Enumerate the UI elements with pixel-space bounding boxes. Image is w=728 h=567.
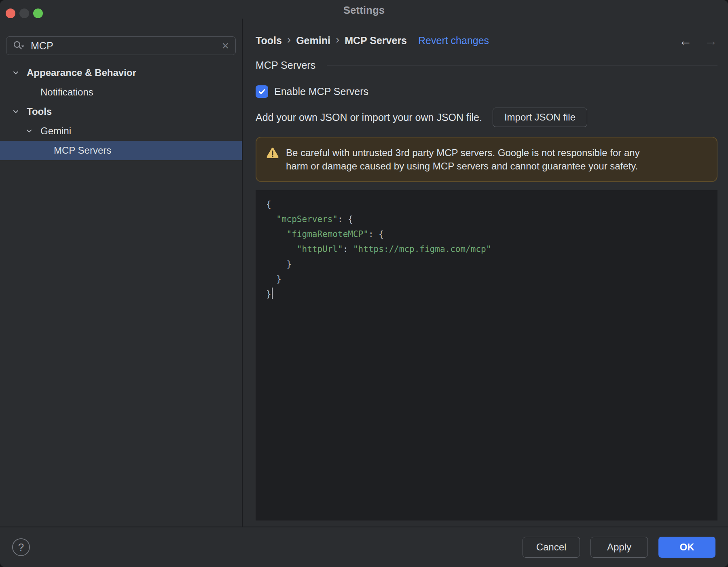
breadcrumb-separator-icon: › — [336, 34, 339, 45]
code-line: "figmaRemoteMCP": { — [266, 227, 709, 242]
code-token: } — [266, 259, 292, 269]
code-line: } — [266, 287, 709, 302]
code-token: "https://mcp.figma.com/mcp" — [353, 244, 491, 254]
cancel-button[interactable]: Cancel — [523, 537, 580, 558]
warning-text: Be careful with untrusted 3rd party MCP … — [286, 146, 640, 173]
code-line: } — [266, 272, 709, 287]
clear-search-icon[interactable]: × — [222, 40, 229, 52]
sidebar-item-tools[interactable]: Tools — [0, 102, 242, 121]
breadcrumb-separator-icon: › — [287, 34, 291, 45]
code-line: } — [266, 257, 709, 272]
enable-mcp-label[interactable]: Enable MCP Servers — [274, 86, 368, 97]
revert-changes-link[interactable]: Revert changes — [418, 35, 489, 47]
ok-button[interactable]: OK — [658, 537, 715, 558]
code-line: { — [266, 197, 709, 212]
chevron-down-icon[interactable] — [25, 127, 36, 135]
section-title: MCP Servers — [256, 59, 315, 71]
settings-window: Settings × — [0, 0, 728, 567]
chevron-down-icon[interactable] — [12, 108, 23, 115]
checkmark-icon — [258, 87, 266, 96]
settings-sidebar: × Appearance & Behavior Notifications To — [0, 19, 243, 527]
dialog-footer: ? Cancel Apply OK — [0, 527, 728, 567]
help-button[interactable]: ? — [12, 538, 30, 556]
code-token: } — [266, 274, 281, 284]
search-input[interactable] — [31, 40, 222, 52]
chevron-down-icon[interactable] — [12, 69, 23, 76]
sidebar-item-notifications[interactable]: Notifications — [0, 83, 242, 102]
breadcrumb-tools[interactable]: Tools — [256, 35, 282, 47]
code-token: : { — [338, 214, 353, 224]
code-token: : — [343, 244, 353, 254]
apply-button[interactable]: Apply — [590, 537, 648, 558]
code-token: "httpUrl" — [297, 244, 343, 254]
code-line: "mcpServers": { — [266, 212, 709, 227]
enable-mcp-row: Enable MCP Servers — [256, 83, 717, 100]
text-cursor — [272, 288, 273, 299]
add-json-row: Add your own JSON or import your own JSO… — [256, 108, 717, 127]
settings-search-field[interactable]: × — [6, 36, 236, 55]
back-arrow-icon[interactable]: ← — [679, 34, 692, 47]
section-divider — [327, 65, 717, 66]
code-token — [266, 214, 276, 224]
code-token: { — [266, 199, 271, 209]
code-token: : { — [368, 229, 384, 239]
question-mark-icon: ? — [18, 541, 24, 554]
code-line: "httpUrl": "https://mcp.figma.com/mcp" — [266, 242, 709, 257]
add-json-text: Add your own JSON or import your own JSO… — [256, 112, 482, 123]
code-token — [266, 244, 297, 254]
sidebar-item-label: MCP Servers — [54, 145, 111, 156]
settings-main-panel: Tools › Gemini › MCP Servers Revert chan… — [243, 19, 728, 527]
history-nav: ← → — [679, 34, 717, 47]
code-token: } — [266, 289, 271, 299]
forward-arrow-icon[interactable]: → — [704, 34, 717, 47]
titlebar: Settings — [0, 0, 728, 19]
window-title: Settings — [0, 4, 728, 17]
warning-banner: Be careful with untrusted 3rd party MCP … — [256, 137, 717, 182]
sidebar-item-label: Notifications — [40, 87, 93, 98]
settings-tree: Appearance & Behavior Notifications Tool… — [0, 63, 242, 160]
breadcrumb-gemini[interactable]: Gemini — [296, 35, 330, 47]
warning-line-2: harm or damage caused by using MCP serve… — [286, 159, 640, 173]
sidebar-item-label: Tools — [27, 106, 52, 117]
sidebar-item-mcp-servers[interactable]: MCP Servers — [0, 141, 242, 160]
breadcrumb-mcp-servers: MCP Servers — [345, 35, 407, 47]
warning-triangle-icon — [266, 147, 279, 173]
code-token: "figmaRemoteMCP" — [287, 229, 368, 239]
section-header: MCP Servers — [256, 59, 717, 71]
sidebar-item-appearance-behavior[interactable]: Appearance & Behavior — [0, 63, 242, 83]
breadcrumb: Tools › Gemini › MCP Servers Revert chan… — [256, 32, 717, 49]
footer-buttons: Cancel Apply OK — [523, 537, 715, 558]
sidebar-item-label: Gemini — [40, 125, 71, 137]
search-icon — [13, 40, 25, 51]
enable-mcp-checkbox[interactable] — [256, 85, 268, 98]
warning-line-1: Be careful with untrusted 3rd party MCP … — [286, 146, 640, 159]
code-token: "mcpServers" — [276, 214, 338, 224]
code-token — [266, 229, 287, 239]
sidebar-item-label: Appearance & Behavior — [27, 67, 136, 78]
sidebar-item-gemini[interactable]: Gemini — [0, 121, 242, 141]
mcp-json-editor[interactable]: { "mcpServers": { "figmaRemoteMCP": { "h… — [256, 190, 717, 520]
import-json-file-button[interactable]: Import JSON file — [493, 108, 587, 127]
